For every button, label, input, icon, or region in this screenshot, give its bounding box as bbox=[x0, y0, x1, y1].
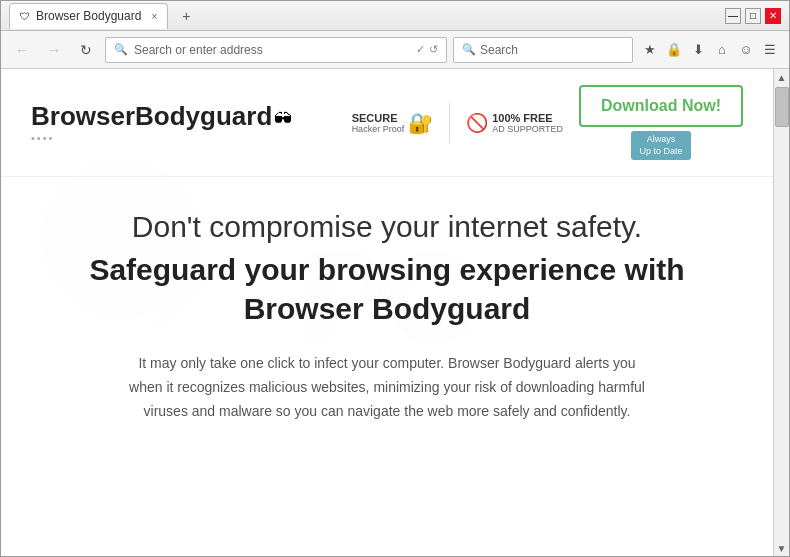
window-controls: — □ ✕ bbox=[725, 8, 781, 24]
always-updated-badge: Always Up to Date bbox=[631, 131, 690, 160]
site-header: BrowserBodyguard🕶 •••• SECURE Hacker Pro… bbox=[1, 69, 773, 177]
always-updated-line1: Always bbox=[647, 134, 676, 144]
download-now-button[interactable]: Download Now! bbox=[579, 85, 743, 127]
main-content: Don't compromise your internet safety. S… bbox=[1, 177, 773, 443]
browser-tab[interactable]: 🛡 Browser Bodyguard × bbox=[9, 3, 168, 29]
secure-lock-icon: 🔐 bbox=[408, 111, 433, 135]
logo-glasses-icon: 🕶 bbox=[274, 109, 292, 129]
search-icon: 🔍 bbox=[462, 43, 476, 56]
free-label: 100% FREE bbox=[492, 112, 563, 124]
forward-button[interactable]: → bbox=[41, 37, 67, 63]
search-bar[interactable]: 🔍 Search bbox=[453, 37, 633, 63]
address-icons: ✓ ↺ bbox=[416, 43, 438, 56]
lock-icon[interactable]: 🔒 bbox=[663, 39, 685, 61]
always-updated-line2: Up to Date bbox=[639, 146, 682, 156]
address-text: Search or enter address bbox=[134, 43, 410, 57]
secure-badge: SECURE Hacker Proof 🔐 bbox=[352, 111, 434, 135]
new-tab-button[interactable]: + bbox=[174, 4, 198, 28]
toolbar-icons: ★ 🔒 ⬇ ⌂ ☺ ☰ bbox=[639, 39, 781, 61]
home-icon[interactable]: ⌂ bbox=[711, 39, 733, 61]
scrollbar-down-arrow[interactable]: ▼ bbox=[774, 540, 789, 556]
description-text: It may only take one click to infect you… bbox=[127, 352, 647, 423]
navigation-bar: ← → ↻ 🔍 Search or enter address ✓ ↺ 🔍 Se… bbox=[1, 31, 789, 69]
favorites-icon[interactable]: ★ bbox=[639, 39, 661, 61]
address-search-icon: 🔍 bbox=[114, 43, 128, 56]
header-badges: SECURE Hacker Proof 🔐 🚫 100% FREE bbox=[352, 85, 743, 160]
close-button[interactable]: ✕ bbox=[765, 8, 781, 24]
tab-close-button[interactable]: × bbox=[151, 11, 157, 22]
free-badge: 🚫 100% FREE AD SUPPORTED bbox=[466, 112, 563, 134]
logo-text-browser: Browser bbox=[31, 101, 135, 131]
headline-bold: Safeguard your browsing experience with … bbox=[61, 250, 713, 328]
refresh-small-icon: ↺ bbox=[429, 43, 438, 56]
free-sublabel: AD SUPPORTED bbox=[492, 124, 563, 134]
site-logo: BrowserBodyguard🕶 •••• bbox=[31, 101, 292, 144]
logo-text-bodyguard: Bodyguard bbox=[135, 101, 272, 131]
title-bar: 🛡 Browser Bodyguard × + — □ ✕ bbox=[1, 1, 789, 31]
address-bar[interactable]: 🔍 Search or enter address ✓ ↺ bbox=[105, 37, 447, 63]
tab-favicon: 🛡 bbox=[20, 11, 30, 22]
logo-dots: •••• bbox=[31, 132, 292, 144]
scrollbar-thumb[interactable] bbox=[775, 87, 789, 127]
download-section: Download Now! Always Up to Date bbox=[579, 85, 743, 160]
divider bbox=[449, 103, 450, 143]
download-icon[interactable]: ⬇ bbox=[687, 39, 709, 61]
secure-label: SECURE bbox=[352, 112, 405, 124]
headline-light: Don't compromise your internet safety. bbox=[61, 207, 713, 246]
search-placeholder: Search bbox=[480, 43, 518, 57]
ssl-icon: ✓ bbox=[416, 43, 425, 56]
back-button[interactable]: ← bbox=[9, 37, 35, 63]
browser-window: 🛡 Browser Bodyguard × + — □ ✕ ← → ↻ 🔍 Se… bbox=[0, 0, 790, 557]
browser-body: PC BrowserBodyguard🕶 •••• bbox=[1, 69, 789, 556]
profile-icon[interactable]: ☺ bbox=[735, 39, 757, 61]
minimize-button[interactable]: — bbox=[725, 8, 741, 24]
page-content: PC BrowserBodyguard🕶 •••• bbox=[1, 69, 773, 556]
menu-icon[interactable]: ☰ bbox=[759, 39, 781, 61]
maximize-button[interactable]: □ bbox=[745, 8, 761, 24]
vertical-scrollbar[interactable]: ▲ ▼ bbox=[773, 69, 789, 556]
secure-sublabel: Hacker Proof bbox=[352, 124, 405, 134]
scrollbar-up-arrow[interactable]: ▲ bbox=[774, 69, 789, 85]
tab-title: Browser Bodyguard bbox=[36, 9, 141, 23]
no-cost-icon: 🚫 bbox=[466, 112, 488, 134]
refresh-button[interactable]: ↻ bbox=[73, 37, 99, 63]
